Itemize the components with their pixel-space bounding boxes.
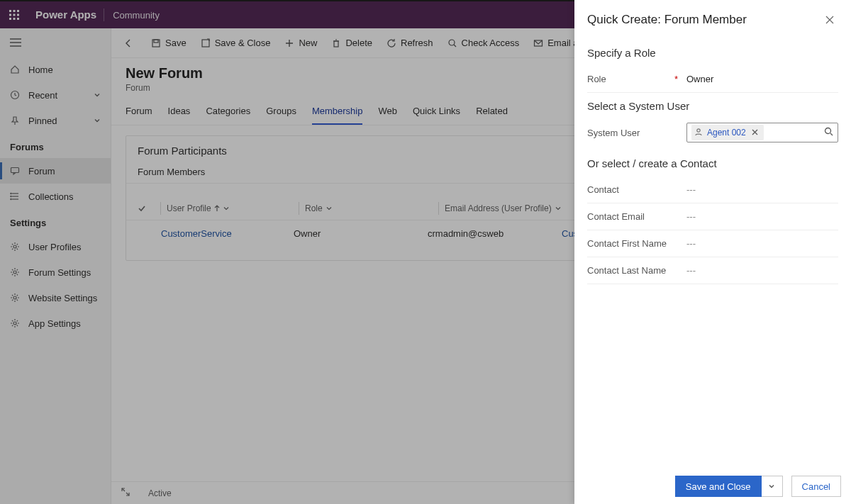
field-value-contact-email[interactable]: --- bbox=[686, 211, 838, 222]
required-indicator: * bbox=[674, 74, 686, 84]
field-label-system-user: System User bbox=[587, 128, 640, 138]
person-icon bbox=[694, 128, 703, 138]
field-label-contact-email: Contact Email bbox=[587, 211, 645, 222]
save-and-close-button[interactable]: Save and Close bbox=[675, 476, 762, 497]
field-value-role[interactable]: Owner bbox=[686, 74, 838, 84]
svg-point-31 bbox=[825, 128, 831, 134]
blade-footer: Save and Close Cancel bbox=[574, 469, 851, 504]
svg-point-30 bbox=[697, 128, 700, 131]
quick-create-panel: Quick Create: Forum Member Specify a Rol… bbox=[574, 0, 851, 504]
section-system-user: Select a System User bbox=[587, 93, 838, 119]
save-split-button[interactable] bbox=[762, 476, 783, 497]
field-value-contact-first[interactable]: --- bbox=[686, 238, 838, 249]
chip-remove[interactable] bbox=[750, 128, 760, 138]
lookup-chip[interactable]: Agent 002 bbox=[691, 125, 764, 140]
search-icon[interactable] bbox=[824, 127, 833, 138]
blade-title: Quick Create: Forum Member bbox=[587, 13, 747, 27]
section-role: Specify a Role bbox=[587, 40, 838, 66]
field-value-contact-last[interactable]: --- bbox=[686, 265, 838, 276]
close-button[interactable] bbox=[821, 11, 838, 28]
system-user-lookup[interactable]: Agent 002 bbox=[686, 123, 838, 142]
field-label-contact-last: Contact Last Name bbox=[587, 265, 666, 276]
cancel-button[interactable]: Cancel bbox=[791, 476, 841, 497]
field-value-contact[interactable]: --- bbox=[686, 184, 838, 195]
chip-label: Agent 002 bbox=[707, 128, 746, 138]
field-label-contact-first: Contact First Name bbox=[587, 238, 667, 249]
field-label-role: Role bbox=[587, 74, 606, 84]
field-label-contact: Contact bbox=[587, 184, 619, 195]
section-contact: Or select / create a Contact bbox=[587, 146, 838, 177]
